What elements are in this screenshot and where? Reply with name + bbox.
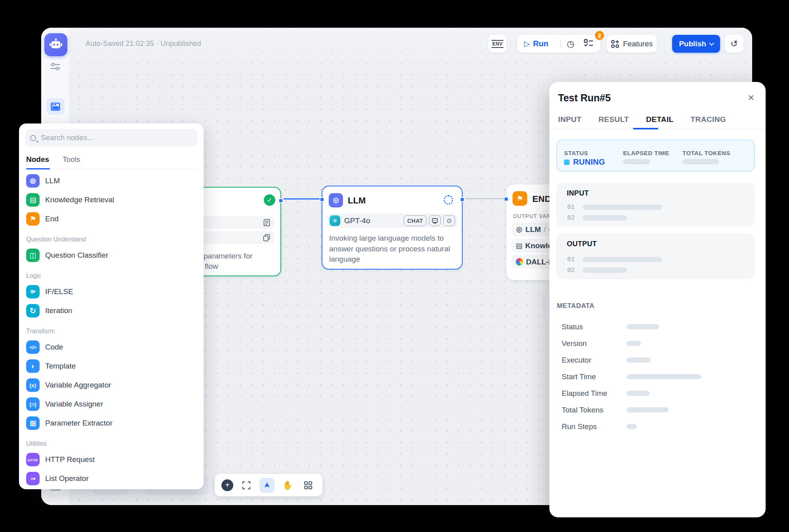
node-item-knowledge-retrieval[interactable]: Knowledge Retrieval [25, 190, 197, 209]
node-item-variable-assigner[interactable]: Variable Assigner [25, 395, 197, 414]
aggregator-icon [26, 378, 40, 392]
env-variables-button[interactable]: ENV [488, 35, 507, 53]
active-tab-underline [633, 128, 658, 129]
history-icon: ↺ [730, 39, 738, 49]
publish-label: Publish [679, 40, 706, 48]
selection-frame-icon[interactable] [239, 478, 254, 493]
placeholder-bar [627, 424, 637, 429]
panel-title: Test Run#5 [558, 92, 611, 104]
search-input[interactable] [40, 133, 192, 142]
section-transform: Transform [25, 325, 197, 338]
node-item-parameter-extractor[interactable]: Parameter Extractor [25, 414, 197, 433]
run-history-clock-icon[interactable]: ◷ [567, 39, 574, 49]
node-item-if-else[interactable]: IF/ELSE [25, 282, 197, 301]
elapsed-placeholder-bar [623, 159, 650, 164]
book-icon [516, 241, 522, 250]
success-check-icon: ✓ [264, 194, 275, 206]
nodes-palette-button[interactable] [46, 98, 65, 115]
hand-tool[interactable]: ✋ [280, 478, 295, 493]
node-item-question-classifier[interactable]: Question Classifier [25, 246, 197, 265]
running-spinner-icon [444, 195, 453, 205]
dalle-color-icon [516, 258, 523, 266]
search-box[interactable] [25, 129, 197, 146]
placeholder-bar [583, 215, 627, 220]
placeholder-bar [627, 357, 650, 363]
input-handle[interactable] [504, 197, 509, 201]
run-panel-tabs: INPUT RESULT DETAIL TRACING [558, 115, 726, 124]
placeholder-bar [627, 407, 669, 412]
meta-elapsed-time-label: Elapsed Time [562, 389, 607, 398]
placeholder-bar [627, 374, 701, 379]
node-item-http-request[interactable]: HTTP Request [25, 450, 197, 469]
pointer-tool-selected[interactable]: ➤ [259, 478, 274, 493]
output-handle[interactable] [278, 198, 283, 203]
tab-nodes[interactable]: Nodes [26, 155, 49, 164]
version-history-button[interactable]: ↺ [725, 35, 743, 53]
window-icon [51, 103, 60, 111]
autosave-status: Auto-Saved 21:02:35 · Unpublished [86, 40, 201, 48]
flag-icon [26, 212, 40, 226]
node-item-iteration[interactable]: Iteration [25, 301, 197, 320]
close-icon[interactable]: ✕ [747, 93, 755, 103]
template-icon [26, 359, 40, 373]
node-item-end[interactable]: End [25, 209, 197, 228]
placeholder-bar [583, 257, 662, 262]
openai-icon: ✳ [330, 215, 340, 226]
total-tokens-label: TOTAL TOKENS [682, 150, 730, 156]
row-index: 02 [567, 267, 575, 274]
play-icon[interactable]: ▷ [524, 39, 530, 48]
features-label: Features [623, 40, 653, 48]
input-handle[interactable] [320, 197, 324, 202]
end-node-title: END [532, 194, 551, 204]
section-logic: Logic [25, 270, 197, 282]
notification-badge: 2 [594, 30, 605, 41]
checklist-icon[interactable] [584, 39, 593, 49]
http-icon [26, 453, 40, 466]
model-selector[interactable]: ✳ GPT-4o CHAT ⊙ [328, 214, 457, 228]
loop-icon [26, 304, 40, 317]
tab-input[interactable]: INPUT [558, 115, 581, 124]
node-item-llm[interactable]: LLM [25, 171, 197, 190]
llm-node-title: LLM [348, 196, 366, 206]
meta-executor-label: Executor [562, 356, 591, 365]
run-button[interactable]: Run [533, 39, 549, 48]
meta-start-time-label: Start Time [562, 372, 596, 381]
preferences-sliders-icon[interactable] [50, 62, 61, 71]
tab-tracing[interactable]: TRACING [691, 115, 726, 124]
meta-total-tokens-label: Total Tokens [562, 406, 603, 414]
node-item-variable-aggregator[interactable]: Variable Aggregator [25, 376, 197, 395]
section-question-understand: Question Understand [25, 233, 197, 246]
node-item-template[interactable]: Template [25, 357, 197, 376]
output-title: OUTPUT [567, 240, 597, 248]
start-node-description-line1: parameters for [204, 251, 253, 261]
node-search-panel: Nodes Tools LLM Knowledge Retrieval End … [19, 124, 204, 489]
tab-detail[interactable]: DETAIL [646, 115, 674, 124]
features-icon [611, 40, 619, 48]
input-section: INPUT 01 02 [556, 183, 755, 227]
auto-layout-icon[interactable] [301, 478, 316, 493]
group-divider [560, 39, 561, 48]
add-node-button[interactable]: + [221, 479, 233, 491]
agent-icon-badge[interactable] [429, 215, 441, 226]
node-list: LLM Knowledge Retrieval End Question Und… [25, 169, 197, 488]
placeholder-bar [627, 341, 641, 346]
input-title: INPUT [567, 189, 589, 198]
publish-button[interactable]: Publish [672, 35, 720, 53]
tab-tools[interactable]: Tools [63, 155, 80, 164]
topbar-divider [511, 40, 511, 48]
node-item-list-operator[interactable]: List Operator [25, 469, 197, 488]
node-item-code[interactable]: Code [25, 338, 197, 357]
code-icon [26, 340, 40, 354]
panel-resize-handle[interactable] [543, 294, 546, 317]
running-status-dot [564, 160, 570, 165]
features-button[interactable]: Features [607, 35, 657, 53]
robot-icon [49, 38, 63, 51]
tab-result[interactable]: RESULT [598, 115, 629, 124]
output-handle[interactable] [460, 197, 465, 202]
llm-node[interactable]: LLM ✳ GPT-4o CHAT ⊙ Invoking large langu… [322, 186, 463, 270]
app-robot-icon[interactable] [44, 33, 67, 56]
edge-llm-to-end [465, 198, 506, 199]
vision-eye-badge[interactable]: ⊙ [443, 215, 455, 226]
status-card: STATUS ELAPSED TIME TOTAL TOKENS RUNING [556, 140, 755, 171]
metadata-title: METADATA [557, 302, 595, 310]
